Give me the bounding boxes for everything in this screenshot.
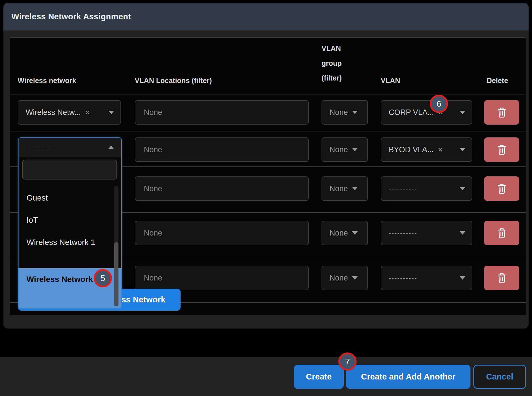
modal-title: Wireless Network Assignment [11,12,131,21]
vlan-locations-input-row5[interactable]: None [135,266,309,290]
delete-row-button[interactable] [484,176,519,201]
chevron-down-icon [352,148,358,151]
vlan-group-select-row5[interactable]: None [322,266,368,290]
vlan-locations-value: None [144,184,162,193]
wireless-network-value: Wireless Netw... [26,108,81,117]
delete-row-button[interactable] [484,221,519,245]
create-and-add-another-button[interactable]: Create and Add Another [346,365,470,389]
vlan-group-value: None [330,229,348,238]
chevron-down-icon [352,111,358,114]
chevron-down-icon [352,231,358,235]
vlan-value: BYOD VLA... [389,145,434,154]
chevron-up-icon [108,146,114,149]
annotation-badge-6: 6 [430,95,448,113]
chevron-down-icon [460,148,465,151]
vlan-group-select-row3[interactable]: None [322,176,368,201]
wireless-network-select-row2[interactable]: ---------- [19,138,121,157]
clear-selection-icon[interactable]: × [85,109,90,116]
trash-icon [496,227,507,239]
wireless-network-select-row1[interactable]: Wireless Netw... × [18,100,121,125]
vlan-value: ---------- [389,274,417,282]
dropdown-option-wireless-network-1[interactable]: Wireless Network 1 [19,235,121,250]
column-header-vlan-group: VLAN group (filter) [322,41,359,85]
chevron-down-icon [460,187,465,190]
chevron-down-icon [460,111,465,114]
chevron-down-icon [460,231,465,235]
row-separator [10,131,526,131]
chevron-down-icon [352,276,358,280]
vlan-select-row1[interactable]: CORP VLA... × [381,100,472,125]
vlan-locations-input-row1[interactable]: None [135,100,309,125]
trash-icon [496,183,507,195]
chevron-down-icon [460,276,465,280]
vlan-group-select-row1[interactable]: None [322,100,368,125]
chevron-down-icon [109,111,114,114]
vlan-select-row4[interactable]: ---------- [381,221,472,245]
vlan-locations-value: None [144,145,162,154]
dropdown-current-value: ---------- [26,143,55,151]
annotation-badge-7: 7 [338,352,357,371]
vlan-select-row3[interactable]: ---------- [381,176,472,201]
dropdown-option-iot[interactable]: IoT [19,213,121,228]
vlan-locations-value: None [144,274,162,282]
vlan-value: CORP VLA... [389,108,434,117]
vlan-group-value: None [330,274,348,282]
row-separator [10,94,526,94]
vlan-locations-input-row3[interactable]: None [135,176,309,201]
vlan-value: ---------- [389,185,417,193]
cancel-button[interactable]: Cancel [473,365,526,389]
vlan-locations-input-row4[interactable]: None [135,221,309,245]
create-button[interactable]: Create [294,365,344,389]
vlan-group-value: None [330,108,348,117]
delete-row-button[interactable] [484,100,519,125]
column-header-wireless-network: Wireless network [18,76,76,85]
vlan-group-select-row2[interactable]: None [322,137,368,162]
vlan-group-value: None [330,145,348,154]
vlan-locations-value: None [144,229,162,238]
page-background: Wireless Network Assignment Wireless net… [0,0,532,396]
trash-icon [496,106,507,118]
modal-header: Wireless Network Assignment [3,3,529,30]
delete-row-button[interactable] [484,266,519,290]
trash-icon [496,144,507,156]
vlan-locations-input-row2[interactable]: None [135,137,309,162]
dropdown-scrollbar-thumb[interactable] [114,242,118,306]
vlan-locations-value: None [144,108,162,117]
delete-row-button[interactable] [484,137,519,162]
vlan-group-value: None [330,184,348,193]
vlan-value: ---------- [389,229,417,237]
column-header-delete: Delete [487,76,508,85]
vlan-select-row2[interactable]: BYOD VLA... × [381,137,472,162]
column-header-vlan: VLAN [381,76,400,85]
dropdown-scrollbar-track[interactable] [114,186,118,306]
vlan-group-select-row4[interactable]: None [322,221,368,245]
clear-selection-icon[interactable]: × [438,146,443,153]
trash-icon [496,272,507,284]
column-header-vlan-locations: VLAN Locations (filter) [135,76,212,85]
chevron-down-icon [352,187,358,190]
annotation-badge-5: 5 [94,269,112,287]
dropdown-option-guest[interactable]: Guest [19,190,121,206]
dropdown-search-input[interactable] [22,160,117,180]
vlan-select-row5[interactable]: ---------- [381,266,472,290]
